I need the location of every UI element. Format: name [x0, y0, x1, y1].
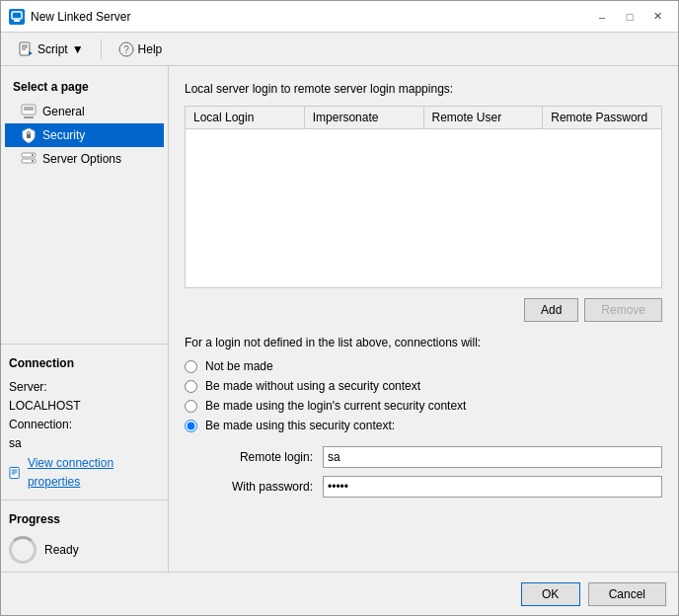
general-icon	[21, 104, 37, 119]
sidebar-item-security[interactable]: Security	[5, 123, 164, 147]
security-icon	[21, 127, 37, 143]
radio-no-security[interactable]: Be made without using a security context	[185, 379, 662, 393]
table-actions: Add Remove	[185, 298, 662, 322]
sidebar-spacer	[1, 175, 168, 344]
ok-button[interactable]: OK	[521, 582, 580, 606]
radio-no-security-input[interactable]	[185, 380, 197, 393]
security-label: Security	[42, 128, 85, 142]
remote-login-row: Remote login:	[185, 446, 662, 468]
svg-rect-19	[10, 467, 19, 478]
sidebar-page-select: Select a page General	[1, 66, 168, 175]
connection-info: Server: LOCALHOST Connection: sa View co…	[9, 378, 160, 492]
cancel-button[interactable]: Cancel	[588, 582, 666, 606]
radio-no-security-label: Be made without using a security context	[205, 379, 420, 393]
svg-point-18	[32, 160, 34, 162]
serveropts-icon	[21, 151, 37, 167]
window-icon	[9, 9, 25, 25]
radio-not-be-made-input[interactable]	[185, 360, 197, 373]
progress-status: Ready	[44, 543, 79, 557]
col-impersonate: Impersonate	[305, 107, 424, 128]
svg-point-17	[32, 154, 34, 156]
title-bar-left: New Linked Server	[9, 9, 130, 25]
radio-group: Not be made Be made without using a secu…	[185, 359, 662, 432]
minimize-button[interactable]: –	[589, 7, 615, 27]
radio-this-security-label: Be made using this security context:	[205, 419, 395, 432]
svg-text:?: ?	[123, 44, 129, 55]
col-remote-password: Remote Password	[543, 107, 661, 128]
connection-title: Connection	[9, 352, 160, 374]
view-properties-link[interactable]: View connection properties	[9, 454, 160, 492]
title-controls: – □ ✕	[589, 7, 670, 27]
svg-rect-0	[12, 12, 22, 19]
svg-rect-1	[14, 20, 20, 22]
radio-login-security-input[interactable]	[185, 400, 197, 413]
remote-login-label: Remote login:	[185, 450, 323, 464]
general-label: General	[42, 105, 85, 118]
server-options-label: Server Options	[42, 152, 121, 166]
progress-section: Progress Ready	[1, 500, 168, 572]
view-link-text: View connection properties	[28, 454, 160, 492]
security-form-fields: Remote login: With password:	[185, 446, 662, 498]
sidebar-item-general[interactable]: General	[5, 100, 164, 123]
table-body	[186, 129, 661, 287]
sidebar-item-server-options[interactable]: Server Options	[5, 147, 164, 171]
script-dropdown-icon[interactable]: ▼	[72, 42, 84, 56]
table-section-title: Local server login to remote server logi…	[185, 82, 662, 96]
properties-icon	[9, 465, 24, 481]
window-title: New Linked Server	[31, 10, 130, 24]
radio-this-security-input[interactable]	[185, 420, 197, 432]
with-password-label: With password:	[185, 480, 323, 494]
remote-login-input[interactable]	[323, 446, 662, 468]
title-bar: New Linked Server – □ ✕	[1, 1, 678, 33]
with-password-row: With password:	[185, 476, 662, 498]
connection-value: sa	[9, 434, 160, 453]
radio-not-be-made[interactable]: Not be made	[185, 359, 662, 373]
help-button[interactable]: ? Help	[110, 38, 172, 61]
radio-this-security[interactable]: Be made using this security context:	[185, 419, 662, 432]
toolbar-separator	[101, 39, 102, 59]
radio-not-be-made-label: Not be made	[205, 359, 273, 373]
close-button[interactable]: ✕	[644, 7, 670, 27]
help-icon: ?	[118, 41, 134, 57]
svg-rect-10	[24, 116, 34, 118]
connection-section: Connection Server: LOCALHOST Connection:…	[1, 344, 168, 500]
col-local-login: Local Login	[186, 107, 305, 128]
script-button[interactable]: Script ▼	[9, 38, 93, 61]
sidebar: Select a page General	[1, 66, 169, 572]
maximize-button[interactable]: □	[617, 7, 642, 27]
connection-label: Connection:	[9, 416, 160, 434]
radio-login-security-label: Be made using the login's current securi…	[205, 399, 466, 413]
help-label: Help	[138, 42, 163, 56]
progress-title: Progress	[9, 508, 160, 530]
server-value: LOCALHOST	[9, 397, 160, 416]
col-remote-user: Remote User	[424, 107, 544, 128]
server-label: Server:	[9, 378, 160, 397]
remove-button[interactable]: Remove	[584, 298, 662, 322]
with-password-input[interactable]	[323, 476, 662, 498]
progress-content: Ready	[9, 536, 160, 564]
main-content: Select a page General	[1, 66, 678, 572]
right-panel: Local server login to remote server logi…	[169, 66, 678, 572]
svg-marker-6	[29, 51, 33, 55]
add-button[interactable]: Add	[524, 298, 578, 322]
radio-login-security[interactable]: Be made using the login's current securi…	[185, 399, 662, 413]
script-icon	[18, 41, 34, 57]
toolbar: Script ▼ ? Help	[1, 33, 678, 66]
progress-spinner	[9, 536, 37, 564]
table-header-row: Local Login Impersonate Remote User Remo…	[186, 107, 661, 129]
login-mappings-table: Local Login Impersonate Remote User Remo…	[185, 106, 662, 288]
bottom-bar: OK Cancel	[1, 572, 678, 615]
sidebar-title: Select a page	[5, 74, 164, 100]
main-window: New Linked Server – □ ✕ Script ▼ ?	[0, 0, 679, 616]
not-defined-label: For a login not defined in the list abov…	[185, 336, 662, 349]
script-label: Script	[38, 42, 68, 56]
